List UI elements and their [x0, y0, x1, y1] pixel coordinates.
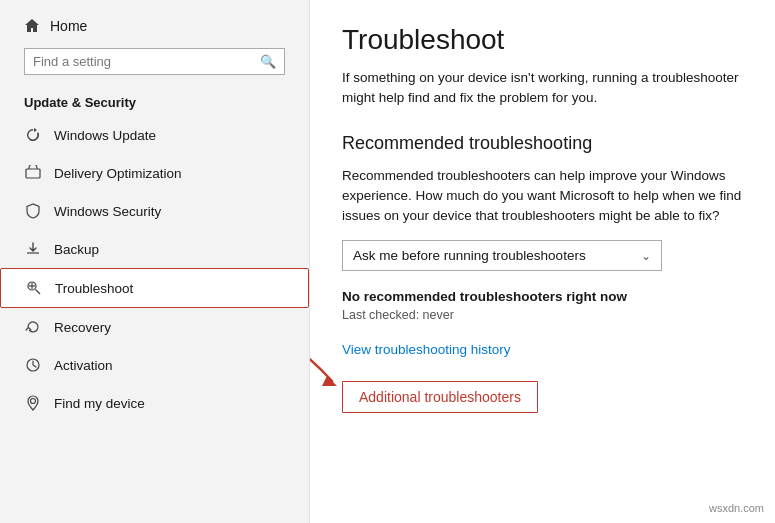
- sidebar-item-troubleshoot[interactable]: Troubleshoot: [0, 268, 309, 308]
- home-nav-item[interactable]: Home: [12, 10, 297, 42]
- svg-rect-0: [26, 169, 40, 178]
- troubleshoot-icon: [25, 279, 43, 297]
- recommended-section-title: Recommended troubleshooting: [342, 133, 743, 154]
- dropdown-value: Ask me before running troubleshooters: [353, 248, 586, 263]
- recommended-section-description: Recommended troubleshooters can help imp…: [342, 166, 743, 227]
- recovery-icon: [24, 318, 42, 336]
- search-box[interactable]: 🔍: [24, 48, 285, 75]
- svg-point-6: [31, 399, 36, 404]
- additional-troubleshooters-button[interactable]: Additional troubleshooters: [342, 381, 538, 413]
- sidebar-item-label: Delivery Optimization: [54, 166, 182, 181]
- sidebar-item-windows-security[interactable]: Windows Security: [0, 192, 309, 230]
- troubleshoot-dropdown[interactable]: Ask me before running troubleshooters ⌄: [342, 240, 662, 271]
- watermark: wsxdn.com: [706, 501, 767, 515]
- sidebar-item-label: Activation: [54, 358, 113, 373]
- update-icon: [24, 126, 42, 144]
- search-icon[interactable]: 🔍: [260, 54, 276, 69]
- view-history-link[interactable]: View troubleshooting history: [342, 342, 743, 357]
- security-icon: [24, 202, 42, 220]
- sidebar-item-label: Backup: [54, 242, 99, 257]
- sidebar-item-label: Windows Update: [54, 128, 156, 143]
- delivery-icon: [24, 164, 42, 182]
- sidebar-item-backup[interactable]: Backup: [0, 230, 309, 268]
- no-troubleshooters-text: No recommended troubleshooters right now: [342, 289, 743, 304]
- search-input[interactable]: [33, 54, 254, 69]
- page-description: If something on your device isn't workin…: [342, 68, 743, 109]
- sidebar-item-windows-update[interactable]: Windows Update: [0, 116, 309, 154]
- sidebar-item-label: Troubleshoot: [55, 281, 133, 296]
- backup-icon: [24, 240, 42, 258]
- sidebar-item-activation[interactable]: Activation: [0, 346, 309, 384]
- sidebar-item-recovery[interactable]: Recovery: [0, 308, 309, 346]
- sidebar-item-find-device[interactable]: Find my device: [0, 384, 309, 422]
- nav-items: Windows Update Delivery Optimization Win…: [0, 116, 309, 523]
- page-title: Troubleshoot: [342, 24, 743, 56]
- find-device-icon: [24, 394, 42, 412]
- home-icon: [24, 18, 40, 34]
- sidebar-top: Home 🔍: [0, 0, 309, 91]
- sidebar: Home 🔍 Update & Security Windows Update: [0, 0, 310, 523]
- svg-marker-7: [322, 376, 337, 386]
- sidebar-item-label: Find my device: [54, 396, 145, 411]
- last-checked-text: Last checked: never: [342, 308, 743, 322]
- chevron-down-icon: ⌄: [641, 249, 651, 263]
- svg-line-2: [36, 290, 41, 295]
- section-label: Update & Security: [0, 91, 309, 116]
- sidebar-item-label: Windows Security: [54, 204, 161, 219]
- activation-icon: [24, 356, 42, 374]
- sidebar-item-delivery-optimization[interactable]: Delivery Optimization: [0, 154, 309, 192]
- sidebar-item-label: Recovery: [54, 320, 111, 335]
- home-label: Home: [50, 18, 87, 34]
- main-content: Troubleshoot If something on your device…: [310, 0, 775, 523]
